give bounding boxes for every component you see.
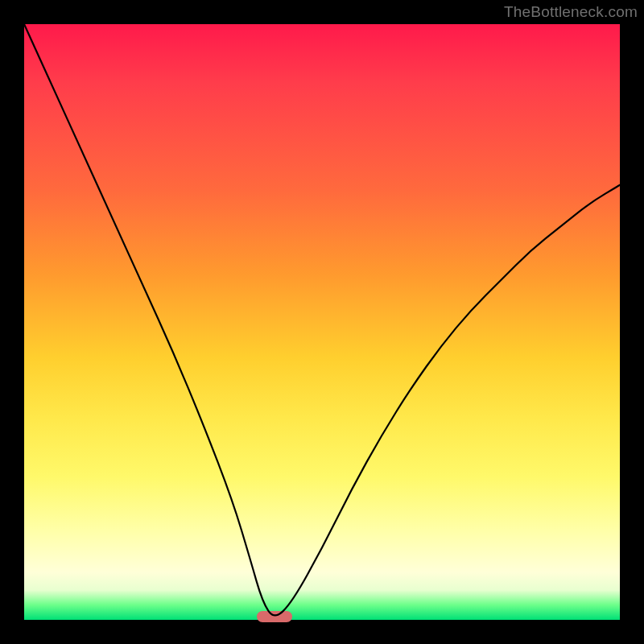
watermark-text: TheBottleneck.com [504,3,638,21]
bottleneck-curve [24,24,620,620]
plot-area [24,24,620,620]
chart-frame: TheBottleneck.com [0,0,644,644]
